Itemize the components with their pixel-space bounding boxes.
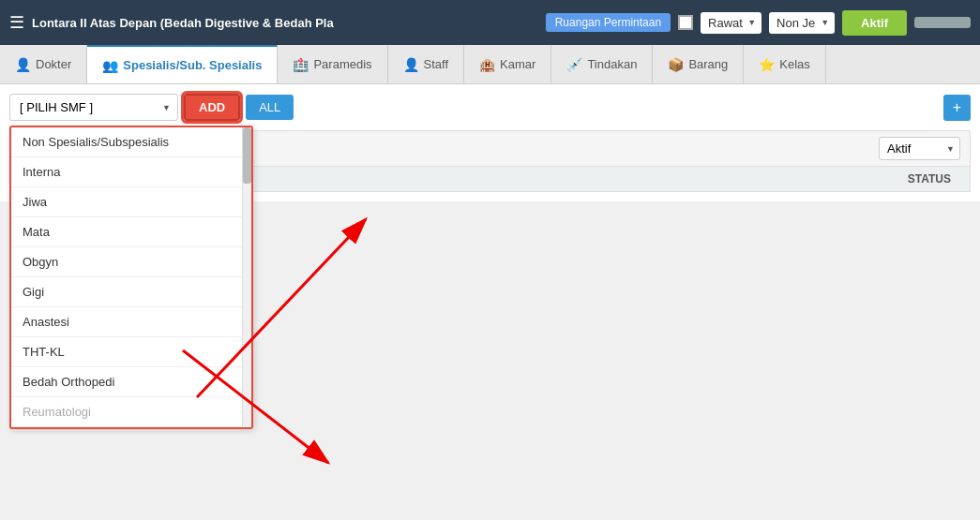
ruangan-permintaan-badge: Ruangan Permintaan bbox=[546, 13, 671, 32]
aktif-filter-wrapper: Aktif Non Aktif Semua bbox=[879, 137, 960, 160]
list-item-non-spesialis[interactable]: Non Spesialis/Subspesialis bbox=[11, 127, 251, 157]
spesialis-icon: 👥 bbox=[102, 58, 118, 73]
rawat-dropdown[interactable]: Rawat bbox=[701, 12, 761, 34]
table-header-right: Aktif Non Aktif Semua bbox=[879, 137, 960, 160]
list-item-jiwa[interactable]: Jiwa bbox=[11, 187, 251, 217]
list-item-tht[interactable]: THT-KL bbox=[11, 337, 251, 367]
scrollbar-thumb[interactable] bbox=[243, 127, 251, 184]
aktif-button[interactable]: Aktif bbox=[842, 10, 907, 36]
tab-spesialis[interactable]: 👥 Spesialis/Sub. Spesialis bbox=[87, 45, 278, 83]
smf-dropdown-wrapper: [ PILIH SMF ] Non Spesialis/Subspesialis… bbox=[9, 94, 178, 121]
toolbar: [ PILIH SMF ] Non Spesialis/Subspesialis… bbox=[9, 94, 971, 121]
menu-icon[interactable]: ☰ bbox=[9, 12, 24, 33]
header-title: Lontara II Atas Depan (Bedah Digestive &… bbox=[32, 16, 538, 30]
nonje-dropdown-wrapper: Non Je bbox=[769, 12, 835, 34]
tab-dokter-label: Dokter bbox=[36, 57, 71, 71]
nonje-dropdown[interactable]: Non Je bbox=[769, 12, 835, 34]
kelas-icon: ⭐ bbox=[759, 57, 775, 72]
aktif-filter[interactable]: Aktif Non Aktif Semua bbox=[879, 137, 960, 160]
list-item-interna[interactable]: Interna bbox=[11, 157, 251, 187]
staff-icon: 👤 bbox=[403, 57, 419, 72]
tab-barang[interactable]: 📦 Barang bbox=[653, 45, 744, 83]
tab-kelas[interactable]: ⭐ Kelas bbox=[744, 45, 826, 83]
list-item-reumatologi[interactable]: Reumatologi bbox=[11, 397, 251, 427]
tab-tindakan-label: Tindakan bbox=[587, 57, 637, 71]
rawat-dropdown-wrapper: Rawat bbox=[701, 12, 761, 34]
list-item-mata[interactable]: Mata bbox=[11, 217, 251, 247]
tab-staff[interactable]: 👤 Staff bbox=[388, 45, 465, 83]
tab-barang-label: Barang bbox=[688, 57, 728, 71]
list-item-obgyn[interactable]: Obgyn bbox=[11, 247, 251, 277]
gray-button[interactable] bbox=[914, 17, 971, 28]
tab-dokter[interactable]: 👤 Dokter bbox=[0, 45, 87, 83]
tab-paramedis-label: Paramedis bbox=[313, 57, 371, 71]
header: ☰ Lontara II Atas Depan (Bedah Digestive… bbox=[0, 0, 980, 45]
plus-button[interactable]: + bbox=[943, 95, 971, 121]
kamar-icon: 🏨 bbox=[479, 57, 495, 72]
scrollbar[interactable] bbox=[242, 127, 251, 427]
tab-staff-label: Staff bbox=[424, 57, 449, 71]
add-button[interactable]: ADD bbox=[184, 94, 240, 121]
paramedis-icon: 🏥 bbox=[293, 57, 309, 72]
all-button[interactable]: ALL bbox=[246, 95, 294, 120]
dokter-icon: 👤 bbox=[15, 57, 31, 72]
list-item-bedah-orthopedi[interactable]: Bedah Orthopedi bbox=[11, 367, 251, 397]
tindakan-icon: 💉 bbox=[566, 57, 582, 72]
list-item-gigi[interactable]: Gigi bbox=[11, 277, 251, 307]
header-checkbox[interactable] bbox=[678, 15, 693, 30]
tabs-bar: 👤 Dokter 👥 Spesialis/Sub. Spesialis 🏥 Pa… bbox=[0, 45, 980, 84]
tab-kelas-label: Kelas bbox=[779, 57, 810, 71]
content-area: [ PILIH SMF ] Non Spesialis/Subspesialis… bbox=[0, 84, 980, 201]
smf-dropdown-list: Non Spesialis/Subspesialis Interna Jiwa … bbox=[9, 126, 253, 429]
tab-kamar[interactable]: 🏨 Kamar bbox=[464, 45, 551, 83]
barang-icon: 📦 bbox=[668, 57, 684, 72]
smf-select[interactable]: [ PILIH SMF ] Non Spesialis/Subspesialis… bbox=[9, 94, 178, 121]
tab-spesialis-label: Spesialis/Sub. Spesialis bbox=[123, 58, 262, 72]
list-item-anastesi[interactable]: Anastesi bbox=[11, 307, 251, 337]
tab-paramedis[interactable]: 🏥 Paramedis bbox=[278, 45, 387, 83]
tab-kamar-label: Kamar bbox=[500, 57, 535, 71]
tab-tindakan[interactable]: 💉 Tindakan bbox=[551, 45, 653, 83]
